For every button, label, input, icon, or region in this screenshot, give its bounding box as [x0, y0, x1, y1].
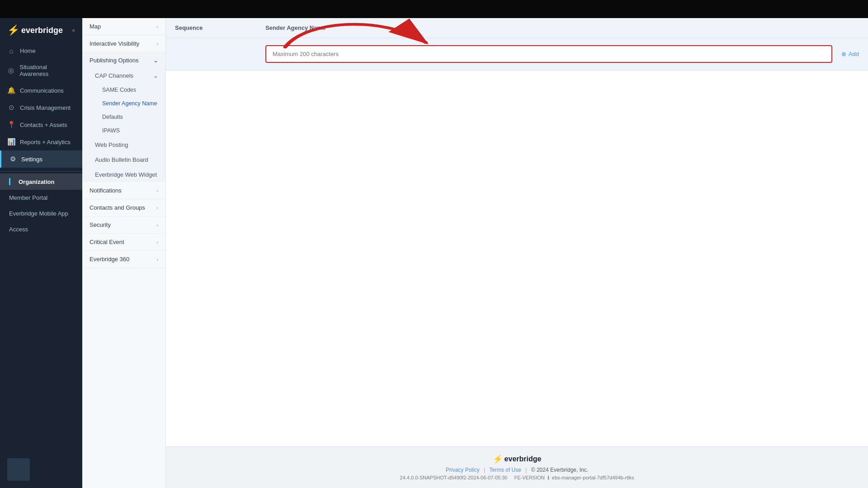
sec-sub-item-web-posting[interactable]: Web Posting: [82, 137, 165, 152]
sec-sub-item-cap-channels[interactable]: CAP Channels ⌄: [82, 68, 165, 83]
sec-label-map: Map: [90, 23, 101, 30]
nav-item-reports-analytics[interactable]: 📊 Reports + Analytics: [0, 133, 82, 150]
footer-logo-text: everbridge: [505, 455, 542, 463]
nav-label-communications: Communications: [20, 87, 64, 94]
sender-agency-name-input[interactable]: [265, 45, 832, 63]
sec-label-interactive-visibility: Interactive Visibility: [90, 40, 139, 47]
top-bar: [0, 0, 868, 18]
sec-label-sender-agency-name: Sender Agency Name: [102, 100, 157, 107]
user-avatar: [7, 458, 30, 481]
chevron-right-icon: ›: [156, 188, 158, 193]
nav-item-contacts-assets[interactable]: 📍 Contacts + Assets: [0, 116, 82, 133]
nav-label-home: Home: [20, 47, 36, 54]
content-area: Sequence Sender Agency Name ⊕ Add: [166, 18, 868, 446]
add-action-cell: ⊕ Add: [841, 51, 859, 57]
nav-label-reports-analytics: Reports + Analytics: [20, 139, 71, 145]
sec-item-everbridge-360[interactable]: Everbridge 360 ›: [82, 251, 165, 268]
footer-build-id: ebs-manager-portal-7df57d494b-rtlks: [552, 475, 634, 480]
sec-label-security: Security: [90, 221, 111, 228]
sender-agency-input-cell: [265, 45, 832, 63]
sec-item-security[interactable]: Security ›: [82, 216, 165, 234]
sec-item-map[interactable]: Map ›: [82, 18, 165, 35]
situational-awareness-icon: ◎: [7, 66, 15, 75]
sec-label-critical-event: Critical Event: [90, 239, 124, 245]
footer-version: 24.4.0.0-SNAPSHOT-d5490f2-2024-06-07-05:…: [173, 475, 861, 481]
active-indicator: [9, 178, 10, 185]
sidebar-collapse-button[interactable]: «: [72, 27, 75, 33]
nav-sub-access[interactable]: Access: [0, 221, 82, 237]
sec-subsub-same-codes[interactable]: SAME Codes: [82, 83, 165, 97]
add-button[interactable]: ⊕ Add: [841, 51, 859, 57]
plus-icon: ⊕: [841, 51, 846, 57]
sec-label-audio-bulletin-board: Audio Bulletin Board: [95, 156, 148, 163]
settings-icon: ⚙: [9, 155, 17, 163]
chevron-right-icon: ›: [156, 41, 158, 47]
chevron-down-icon: ⌄: [153, 72, 158, 79]
logo-text: everbridge: [21, 26, 63, 35]
sec-label-web-posting: Web Posting: [95, 141, 128, 148]
chevron-right-icon: ›: [156, 257, 158, 262]
privacy-policy-link[interactable]: Privacy Policy: [446, 467, 480, 473]
home-icon: ⌂: [7, 47, 15, 55]
nav-label-settings: Settings: [21, 156, 42, 163]
chevron-right-icon: ›: [156, 24, 158, 29]
sec-item-critical-event[interactable]: Critical Event ›: [82, 234, 165, 251]
footer-links: Privacy Policy | Terms of Use | © 2024 E…: [173, 467, 861, 473]
sec-label-ipaws: IPAWS: [102, 127, 120, 134]
nav-sub-member-portal[interactable]: Member Portal: [0, 190, 82, 206]
communications-icon: 🔔: [7, 86, 15, 94]
sec-subsub-ipaws[interactable]: IPAWS: [82, 124, 165, 137]
sec-item-notifications[interactable]: Notifications ›: [82, 182, 165, 199]
nav-sub-everbridge-mobile-app[interactable]: Everbridge Mobile App: [0, 206, 82, 221]
sec-label-publishing-options: Publishing Options: [90, 57, 138, 64]
nav-sub-label-organization: Organization: [19, 178, 54, 185]
sec-sub-item-audio-bulletin-board[interactable]: Audio Bulletin Board: [82, 152, 165, 167]
terms-of-use-link[interactable]: Terms of Use: [489, 467, 521, 473]
table-header: Sequence Sender Agency Name: [166, 18, 868, 38]
nav-label-crisis-management: Crisis Management: [20, 104, 71, 111]
sec-label-notifications: Notifications: [90, 187, 122, 194]
sec-label-cap-channels: CAP Channels: [95, 72, 133, 79]
sec-item-contacts-and-groups[interactable]: Contacts and Groups ›: [82, 199, 165, 216]
table-body: ⊕ Add: [166, 38, 868, 70]
sec-group-header-publishing-options[interactable]: Publishing Options ⌄: [82, 52, 165, 68]
cap-channels-group: CAP Channels ⌄ SAME Codes Sender Agency …: [82, 68, 165, 137]
settings-sub-nav: Organization Member Portal Everbridge Mo…: [0, 171, 82, 237]
sec-label-everbridge-web-widget: Everbridge Web Widget: [95, 171, 157, 178]
sec-sub-item-everbridge-web-widget[interactable]: Everbridge Web Widget: [82, 167, 165, 182]
chevron-right-icon: ›: [156, 222, 158, 228]
sidebar-logo-area: ⚡ everbridge «: [0, 18, 82, 42]
sec-subsub-sender-agency-name[interactable]: Sender Agency Name: [82, 97, 165, 110]
nav-label-situational-awareness: Situational Awareness: [19, 64, 75, 77]
footer-logo-icon: ⚡: [493, 454, 503, 464]
nav-item-crisis-management[interactable]: ⊙ Crisis Management: [0, 99, 82, 116]
chevron-right-icon: ›: [156, 239, 158, 245]
column-header-sender-agency-name: Sender Agency Name: [265, 24, 859, 31]
nav-item-communications[interactable]: 🔔 Communications: [0, 82, 82, 99]
footer-copyright: © 2024 Everbridge, Inc.: [531, 467, 588, 473]
nav-label-contacts-assets: Contacts + Assets: [20, 122, 67, 128]
chevron-right-icon: ›: [156, 205, 158, 211]
footer-divider-2: |: [525, 467, 527, 473]
logo: ⚡ everbridge: [7, 24, 63, 36]
footer-info-icon: ℹ: [547, 475, 549, 480]
sec-group-publishing-options: Publishing Options ⌄ CAP Channels ⌄ SAME…: [82, 52, 165, 182]
table-row: ⊕ Add: [166, 38, 868, 70]
sec-label-contacts-and-groups: Contacts and Groups: [90, 204, 145, 211]
footer: ⚡ everbridge Privacy Policy | Terms of U…: [166, 446, 868, 488]
nav-item-settings[interactable]: ⚙ Settings: [0, 150, 82, 168]
nav-sub-organization[interactable]: Organization: [0, 174, 82, 190]
secondary-sidebar: Map › Interactive Visibility › Publishin…: [82, 18, 166, 488]
sec-subsub-defaults[interactable]: Defaults: [82, 110, 165, 124]
nav-sub-label-access: Access: [9, 226, 28, 233]
contacts-assets-icon: 📍: [7, 121, 15, 129]
sec-item-interactive-visibility[interactable]: Interactive Visibility ›: [82, 35, 165, 52]
footer-divider-1: |: [484, 467, 485, 473]
nav-sub-label-member-portal: Member Portal: [9, 194, 47, 201]
left-sidebar: ⚡ everbridge « ⌂ Home ◎ Situational Awar…: [0, 18, 82, 488]
column-header-sequence: Sequence: [175, 24, 265, 31]
nav-item-situational-awareness[interactable]: ◎ Situational Awareness: [0, 59, 82, 82]
nav-item-home[interactable]: ⌂ Home: [0, 42, 82, 59]
main-content: Sequence Sender Agency Name ⊕ Add: [166, 18, 868, 488]
add-label: Add: [849, 51, 859, 57]
